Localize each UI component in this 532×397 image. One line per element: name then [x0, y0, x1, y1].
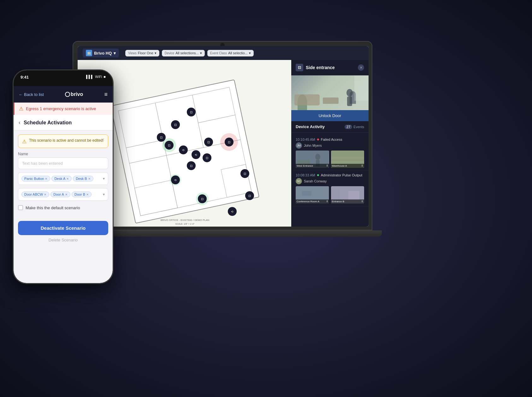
laptop-header: 🏢 Brivo HQ ▾ Views Floor One ▾ Device Al…: [78, 46, 369, 60]
back-arrow-icon: ←: [19, 92, 23, 97]
activity-time-row-2: 10:08:33 AM Administrator Pulse Output: [296, 173, 364, 177]
panel-close-button[interactable]: ✕: [358, 64, 364, 71]
devices-tag-input[interactable]: Panic Button ✕ Desk A ✕ Desk B ✕: [18, 172, 108, 185]
tag-remove-icon[interactable]: ✕: [66, 177, 69, 181]
tag-label: Desk A: [54, 177, 65, 181]
svg-text:BRIVO OFFICE - EXISTING / DEMO: BRIVO OFFICE - EXISTING / DEMO PLAN: [161, 219, 210, 222]
entrance-thumb-label: Entrance B: [331, 199, 364, 204]
warning-close-button[interactable]: ✕: [101, 137, 105, 142]
form-section: Name Text has been entered Panic Button …: [14, 152, 113, 201]
tag-label: Door B: [74, 193, 85, 196]
right-panel: ⊡ Side entrance ✕: [291, 60, 369, 227]
checkbox-label: Make this the default scenario: [26, 205, 80, 210]
events-badge: 27 Events: [345, 125, 364, 129]
signal-icon: ▌▌▌: [86, 75, 93, 79]
back-to-list-button[interactable]: ← Back to list: [19, 92, 44, 97]
alert-warning-icon: ⚠: [19, 106, 23, 112]
views-filter[interactable]: Views Floor One ▾: [125, 50, 159, 56]
svg-text:⊡: ⊡: [190, 164, 192, 168]
svg-rect-46: [294, 94, 320, 105]
events-count: 27: [345, 125, 352, 129]
laptop-main-content: ⊡ ⊡ ⊡ ⊡ ⟲ ⟲ ⊡: [78, 60, 369, 227]
person-avatar: JM: [296, 142, 302, 149]
person-name: John Myers: [304, 144, 322, 147]
panic-button-tag[interactable]: Panic Button ✕: [21, 176, 50, 181]
schedule-back-button[interactable]: ‹: [19, 119, 21, 126]
camera-thumbnails-2: Conference Room A ⬇: [296, 186, 364, 204]
entrance-download-icon[interactable]: ⬇: [361, 200, 364, 203]
volume-down-button[interactable]: [13, 116, 13, 127]
door-b-tag[interactable]: Door B ✕: [72, 192, 92, 197]
svg-text:⊡: ⊡: [174, 123, 177, 127]
wifi-icon: WiFi: [95, 75, 102, 79]
camera-thumb-entrance[interactable]: Entrance B ⬇: [331, 186, 364, 204]
power-button[interactable]: [113, 102, 114, 121]
warning-text: This scenario is active and cannot be ed…: [29, 138, 104, 143]
tag-label: Door ABCW: [24, 193, 43, 196]
camera-thumbnails: West Entrance ⬇: [296, 151, 364, 168]
warehouse-thumb-label: Warehouse A: [331, 164, 364, 168]
schedule-header: ‹ Schedule Activation: [14, 115, 113, 131]
battery-icon: ■: [103, 75, 106, 79]
tag-remove-icon[interactable]: ✕: [45, 177, 47, 181]
activity-time: 10:10:45 AM: [296, 138, 315, 141]
svg-point-48: [346, 89, 353, 97]
svg-text:⊡: ⊡: [206, 156, 208, 160]
svg-rect-50: [354, 75, 369, 101]
desk-b-tag[interactable]: Desk B ✕: [73, 176, 93, 181]
door-abcw-tag[interactable]: Door ABCW ✕: [21, 192, 49, 197]
doors-dropdown-arrow[interactable]: ▾: [103, 192, 105, 197]
doors-tag-input[interactable]: Door ABCW ✕ Door A ✕ Door B ✕ ▾: [18, 188, 108, 201]
default-scenario-checkbox[interactable]: [18, 205, 23, 210]
name-field-label: Name: [18, 152, 108, 156]
camera-thumb-warehouse[interactable]: Warehouse A ⬇: [331, 151, 364, 168]
svg-text:⊡: ⊡: [228, 140, 230, 144]
panel-title: ⊡ Side entrance: [296, 64, 335, 71]
unlock-door-button[interactable]: Unlock Door: [291, 110, 369, 121]
camera-thumb-conference[interactable]: Conference Room A ⬇: [296, 186, 329, 204]
svg-text:SCALE: 1/8" = 1'-0": SCALE: 1/8" = 1'-0": [175, 223, 195, 225]
tag-remove-icon[interactable]: ✕: [86, 193, 89, 196]
name-text-input[interactable]: Text has been entered: [18, 157, 108, 169]
conference-download-icon[interactable]: ⬇: [326, 200, 328, 203]
tag-remove-icon[interactable]: ✕: [44, 193, 46, 196]
brivo-hq-logo[interactable]: 🏢 Brivo HQ ▾: [83, 49, 119, 57]
west-download-icon[interactable]: ⬇: [326, 164, 328, 167]
brivo-logo: brivo: [65, 92, 83, 97]
svg-rect-47: [323, 98, 339, 104]
tag-label: Panic Button: [24, 177, 44, 181]
warehouse-download-icon[interactable]: ⬇: [361, 164, 364, 167]
activity-time-row: 10:10:45 AM Failed Access: [296, 138, 364, 141]
logo-label: Brivo HQ: [94, 51, 112, 56]
tag-remove-icon[interactable]: ✕: [88, 177, 91, 181]
panel-camera-view: [291, 75, 369, 110]
event-class-filter[interactable]: Event Class All selectio... ▾: [207, 50, 254, 56]
device-activity-header: Device Activity 27 Events: [291, 121, 369, 133]
phone-status-bar: 9:41 ▌▌▌ WiFi ■: [14, 70, 113, 86]
deactivate-scenario-button[interactable]: Deactivate Scenario: [18, 221, 108, 235]
desk-a-tag[interactable]: Desk A ✕: [51, 176, 72, 181]
hamburger-menu-icon[interactable]: ≡: [104, 91, 108, 98]
device-filter[interactable]: Device All selections... ▾: [162, 50, 205, 56]
phone-content: ← Back to list brivo ≡ ⚠ Egress 1 emerge…: [14, 86, 113, 283]
success-dot: [317, 174, 319, 176]
svg-text:⟲: ⟲: [231, 210, 233, 213]
tag-label: Door A: [53, 193, 64, 196]
camera-svg: [291, 75, 369, 110]
delete-scenario-button[interactable]: Delete Scenario: [14, 238, 113, 246]
checkbox-row[interactable]: Make this the default scenario: [18, 205, 108, 210]
panel-header: ⊡ Side entrance ✕: [291, 60, 369, 75]
status-time: 9:41: [21, 75, 29, 80]
door-a-tag[interactable]: Door A ✕: [50, 192, 70, 197]
camera-thumb-west[interactable]: West Entrance ⬇: [296, 151, 329, 168]
activity-item: 10:10:45 AM Failed Access JM John Myers: [291, 135, 369, 171]
activity-person-row: JM John Myers: [296, 142, 364, 149]
tag-remove-icon[interactable]: ✕: [65, 193, 68, 196]
phone-body: 9:41 ▌▌▌ WiFi ■ ← Back to list: [13, 69, 114, 284]
status-icons: ▌▌▌ WiFi ■: [86, 75, 106, 79]
events-label: Events: [353, 125, 364, 129]
devices-dropdown-arrow[interactable]: ▾: [103, 176, 105, 181]
failed-dot: [317, 139, 319, 140]
volume-up-button[interactable]: [13, 102, 13, 113]
svg-text:⟲: ⟲: [195, 153, 197, 157]
